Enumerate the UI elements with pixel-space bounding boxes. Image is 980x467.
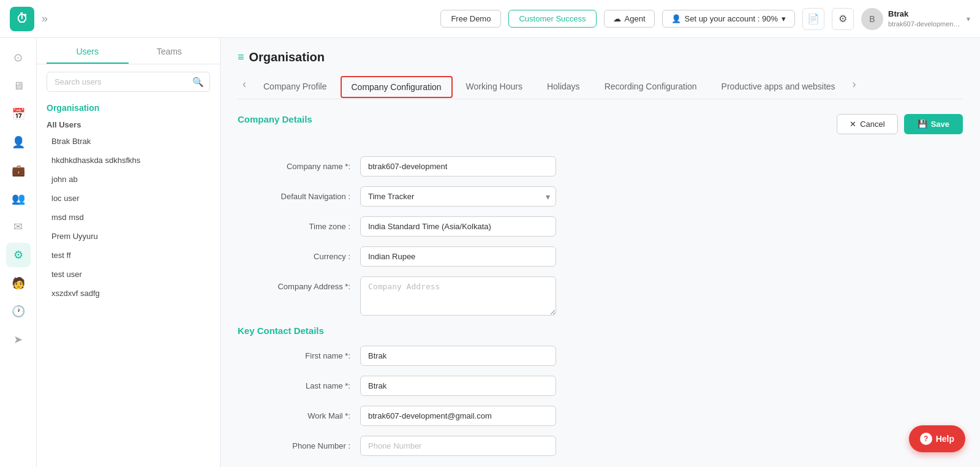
company-name-label: Company name *:	[238, 156, 360, 171]
company-address-row: Company Address *:	[238, 276, 963, 316]
gear-icon: ⚙	[839, 13, 847, 25]
timezone-input[interactable]	[360, 216, 556, 237]
company-address-input[interactable]	[360, 276, 556, 316]
mail-icon: ✉	[13, 220, 23, 234]
company-name-input[interactable]	[360, 156, 556, 177]
sidebar-item-dashboard[interactable]: ⊙	[6, 45, 31, 70]
user-profile-area[interactable]: B Btrak btrak607-development@gm... ▾	[861, 8, 970, 30]
tab-users[interactable]: Users	[47, 38, 129, 64]
user-icon: 👤	[12, 135, 25, 149]
list-item[interactable]: Prem Uyyuru	[37, 227, 220, 246]
company-details-header: Company Details ✕ Cancel 💾 Save	[238, 114, 963, 146]
company-address-label: Company Address *:	[238, 276, 360, 291]
save-label: Save	[931, 120, 949, 129]
default-nav-row: Default Navigation : Time Tracker ▾	[238, 186, 963, 207]
settings-button[interactable]: ⚙	[832, 8, 854, 30]
tab-company-configuration[interactable]: Company Configuration	[341, 76, 453, 98]
list-item[interactable]: xszdxvf sadfg	[37, 284, 220, 303]
tabs-forward-button[interactable]: ›	[848, 78, 861, 97]
company-name-row: Company name *:	[238, 156, 963, 177]
tab-productive-apps[interactable]: Productive apps and websites	[709, 75, 848, 99]
tab-holidays[interactable]: Holidays	[535, 75, 592, 99]
tab-company-profile[interactable]: Company Profile	[251, 75, 339, 99]
list-item[interactable]: Btrak Btrak	[37, 132, 220, 151]
top-navigation: ⏱ » Free Demo Customer Success ☁ Agent 👤…	[0, 0, 980, 38]
search-input[interactable]	[47, 72, 210, 92]
default-nav-select[interactable]: Time Tracker	[360, 186, 556, 207]
sidebar-item-user[interactable]: 👤	[6, 130, 31, 154]
tab-recording-configuration[interactable]: Recording Configuration	[592, 75, 709, 99]
person-setup-icon: 👤	[671, 14, 681, 23]
sidebar-item-mail[interactable]: ✉	[6, 215, 31, 239]
main-content-area: ≡ Organisation ‹ Company Profile Company…	[221, 38, 980, 467]
document-button[interactable]: 📄	[802, 8, 824, 30]
list-item[interactable]: loc user	[37, 189, 220, 208]
tab-teams[interactable]: Teams	[129, 38, 211, 64]
help-icon: ?	[920, 433, 932, 445]
dashboard-icon: ⊙	[13, 51, 23, 64]
briefcase-icon: 💼	[12, 164, 25, 177]
company-details-title: Company Details	[238, 114, 312, 124]
sidebar-item-briefcase[interactable]: 💼	[6, 158, 31, 183]
header-menu-icon: ≡	[238, 51, 244, 64]
sidebar-item-send[interactable]: ➤	[6, 327, 31, 352]
cancel-button[interactable]: ✕ Cancel	[837, 114, 897, 134]
send-icon: ➤	[13, 333, 23, 346]
setup-account-button[interactable]: 👤 Set up your account : 90% ▾	[662, 10, 795, 28]
list-item[interactable]: john ab	[37, 170, 220, 189]
setup-label: Set up your account : 90%	[685, 14, 778, 23]
tabs-back-button[interactable]: ‹	[238, 78, 251, 97]
sidebar-item-monitor[interactable]: 🖥	[6, 74, 31, 98]
agent-label: Agent	[625, 14, 646, 23]
agent-cloud-icon: ☁	[613, 14, 621, 23]
work-mail-label: Work Mail *:	[238, 406, 360, 420]
app-logo: ⏱	[10, 7, 34, 31]
sidebar-item-settings[interactable]: ⚙	[6, 243, 31, 267]
list-item[interactable]: test user	[37, 265, 220, 284]
agent-button[interactable]: ☁ Agent	[604, 10, 655, 28]
currency-input[interactable]	[360, 246, 556, 267]
first-name-row: First name *:	[238, 346, 963, 366]
cancel-icon: ✕	[850, 120, 856, 129]
person-icon: 🧑	[12, 276, 25, 290]
sidebar-item-person[interactable]: 🧑	[6, 271, 31, 295]
sidebar-tabs: Users Teams	[37, 38, 220, 64]
default-nav-select-wrap: Time Tracker ▾	[360, 186, 556, 207]
list-item[interactable]: test ff	[37, 246, 220, 265]
user-name: Btrak	[888, 9, 962, 20]
work-mail-input[interactable]	[360, 406, 556, 426]
settings-icon: ⚙	[13, 248, 23, 262]
list-item[interactable]: hkdhkdhaskda sdkhsfkhs	[37, 151, 220, 170]
avatar-letter: B	[869, 14, 875, 24]
last-name-input[interactable]	[360, 376, 556, 396]
last-name-label: Last name *:	[238, 376, 360, 390]
all-users-label: All Users	[37, 115, 220, 132]
customer-success-button[interactable]: Customer Success	[508, 10, 596, 28]
tab-working-hours[interactable]: Working Hours	[454, 75, 535, 99]
avatar: B	[861, 8, 883, 30]
logo-icon: ⏱	[16, 12, 28, 26]
help-button[interactable]: ? Help	[909, 425, 965, 452]
phone-number-input[interactable]	[360, 436, 556, 456]
sidebar-item-clock[interactable]: 🕐	[6, 299, 31, 324]
search-users-area: 🔍	[47, 72, 210, 92]
icon-sidebar: ⊙ 🖥 📅 👤 💼 👥 ✉ ⚙ 🧑 🕐 ➤	[0, 38, 37, 467]
calendar-icon: 📅	[12, 107, 25, 121]
default-nav-label: Default Navigation :	[238, 186, 360, 201]
work-mail-row: Work Mail *:	[238, 406, 963, 426]
users-sidebar: Users Teams 🔍 Organisation All Users Btr…	[37, 38, 221, 467]
nav-dots: »	[42, 12, 48, 25]
org-label: Organisation	[37, 99, 220, 115]
save-button[interactable]: 💾 Save	[904, 114, 963, 134]
page-title: Organisation	[249, 50, 325, 64]
timezone-label: Time zone :	[238, 216, 360, 231]
list-item[interactable]: msd msd	[37, 208, 220, 227]
sidebar-item-teams[interactable]: 👥	[6, 186, 31, 211]
key-contact-title: Key Contact Details	[238, 325, 963, 336]
first-name-input[interactable]	[360, 346, 556, 366]
free-demo-button[interactable]: Free Demo	[440, 10, 501, 28]
user-email: btrak607-development@gm...	[888, 20, 962, 28]
sidebar-item-calendar[interactable]: 📅	[6, 102, 31, 126]
clock-icon: 🕐	[12, 305, 25, 318]
monitor-icon: 🖥	[13, 80, 24, 93]
